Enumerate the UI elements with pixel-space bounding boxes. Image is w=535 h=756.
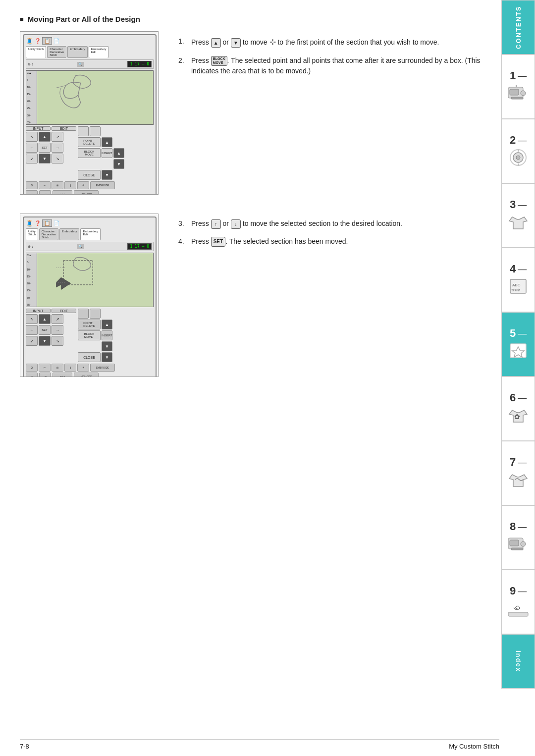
stitch2-f: ⋈⋈ xyxy=(53,373,72,377)
instruction-2: 2. Press BLOCKMOVE. The selected point a… xyxy=(178,55,484,77)
btn2-tri-down[interactable]: ▼ xyxy=(102,341,112,351)
stitch2-1: Ω xyxy=(26,364,38,372)
machine-image-1: 🧵 ❓ 📋 📄 Utility Stitch CharacterDecorati… xyxy=(20,31,163,204)
btn-arrow-upleft[interactable]: ↖ xyxy=(26,132,38,142)
stitch-icon-f: ⋈⋈ xyxy=(53,190,72,195)
instructions-col-2: 3. Press ↑ or ↓ to move the selected sec… xyxy=(178,214,484,386)
stitch-icons-row-2: Ω ✂ ⊞ ∥ ⫷ EMBROIDE xyxy=(26,364,154,372)
btn-tri-down2[interactable]: ▼ xyxy=(102,170,112,180)
btn-arrow-up-main[interactable]: ▲ xyxy=(39,132,51,142)
tab-4[interactable]: 4 — ABC ✿❀✾ xyxy=(501,248,535,312)
stitch2-e: ≪ xyxy=(39,373,51,377)
right-navigation-tabs: CONTENTS 1 — 2 — xyxy=(501,0,535,689)
panel-tab-edit: EmbroideryEdit xyxy=(89,46,109,58)
btn2-up[interactable]: ▲ xyxy=(39,314,51,324)
btn-ref-set: SET xyxy=(211,237,225,247)
btn-arrow-down-main[interactable]: ▼ xyxy=(39,154,51,163)
btn-edit[interactable]: EDIT xyxy=(52,126,76,131)
panel-tab-embroidery: Embroidery xyxy=(67,46,88,58)
svg-point-18 xyxy=(521,541,526,546)
btn-arrow-left[interactable]: ← xyxy=(26,143,38,153)
svg-text:✿: ✿ xyxy=(514,413,520,421)
stitch2-2: ✂ xyxy=(39,364,51,372)
btn2-input[interactable]: INPUT xyxy=(26,309,51,313)
btn-close-1[interactable]: CLOSE xyxy=(78,170,101,180)
btn-point-delete[interactable]: POINTDELETE xyxy=(78,137,101,147)
btn-tri-up2[interactable]: ▲ xyxy=(113,148,124,158)
btn-ref-block-move: BLOCKMOVE xyxy=(211,56,227,65)
machine-image-2: 🧵 ❓ 📋 📄 UtilityStitch CharacterDecorativ… xyxy=(20,214,163,386)
btn2-downleft[interactable]: ↙ xyxy=(26,336,38,346)
panel-tab2-utility: UtilityStitch xyxy=(26,228,38,240)
tab-9[interactable]: 9 — ꩜ xyxy=(501,570,535,634)
svg-rect-24 xyxy=(63,261,93,285)
stitch2-3: ⊞ xyxy=(52,364,63,372)
tab-8[interactable]: 8 — xyxy=(501,505,535,570)
btn-close-2[interactable]: CLOSE xyxy=(78,352,101,362)
btn2-downright[interactable]: ↘ xyxy=(52,336,63,346)
counter-display: 1 17 — 0 xyxy=(127,61,152,67)
tab-2-icon xyxy=(507,147,529,168)
btn2-upright[interactable]: ↗ xyxy=(52,314,63,324)
counter-display-2: 1 17 — 0 xyxy=(127,243,152,250)
btn2-block-move[interactable]: BLOCKMOVE xyxy=(78,330,101,340)
panel-tabs-2: UtilityStitch CharacterDecorativeStitch … xyxy=(26,228,154,240)
btn-arrow-downright[interactable]: ↘ xyxy=(52,154,63,163)
page-number: 7-8 xyxy=(20,743,29,750)
contents-tab[interactable]: CONTENTS xyxy=(501,0,535,54)
stitch-icon-emb: EMBROIDE xyxy=(90,181,115,189)
stitch2-4: ∥ xyxy=(64,364,76,372)
btn2-edit[interactable]: EDIT xyxy=(52,309,76,313)
tab-2[interactable]: 2 — xyxy=(501,119,535,183)
svg-text:✿❀✾: ✿❀✾ xyxy=(511,288,520,292)
tab-3[interactable]: 3 — xyxy=(501,183,535,248)
btn2-down[interactable]: ▼ xyxy=(39,336,51,346)
tab-7[interactable]: 7 — xyxy=(501,441,535,505)
memory-icon: MEMORY xyxy=(74,190,99,195)
tab-1[interactable]: 1 — xyxy=(501,54,535,119)
btn-ref-up: ▲ xyxy=(211,38,221,48)
tab-5[interactable]: 5 — xyxy=(501,312,535,377)
panel-tab2-edit: EmbroideryEdit xyxy=(80,228,101,240)
btn2-sp2 xyxy=(90,309,101,319)
btn2-left[interactable]: ← xyxy=(26,325,38,335)
btn2-tri-up[interactable]: ▲ xyxy=(102,320,112,329)
stitch2-5: ⫷ xyxy=(77,364,89,372)
tab-6[interactable]: 6 — ✿ xyxy=(501,377,535,441)
btn-triangle-up[interactable]: ▲ xyxy=(102,137,112,147)
machine-display-2: 🧵 ❓ 📋 📄 UtilityStitch CharacterDecorativ… xyxy=(20,214,159,377)
btn-arrow-downleft[interactable]: ↙ xyxy=(26,154,38,163)
stitch-icon-3: ⊞ xyxy=(52,181,63,189)
btn2-tri-dw2[interactable]: ▼ xyxy=(102,352,112,362)
btn2-point-del[interactable]: POINTDELETE xyxy=(78,320,101,329)
stitch-icon-2: ✂ xyxy=(39,181,51,189)
btn2-right[interactable]: → xyxy=(52,325,63,335)
btn-insert[interactable]: INSERT xyxy=(102,148,112,158)
panel-2: 🧵 ❓ 📋 📄 UtilityStitch CharacterDecorativ… xyxy=(23,216,157,377)
btn2-sp1 xyxy=(78,309,89,319)
machine-display-1: 🧵 ❓ 📋 📄 Utility Stitch CharacterDecorati… xyxy=(20,31,159,195)
svg-point-2 xyxy=(521,91,526,96)
panel-1: 🧵 ❓ 📋 📄 Utility Stitch CharacterDecorati… xyxy=(23,34,157,195)
tab-5-icon xyxy=(507,340,529,362)
btn-arrow-upright[interactable]: ↗ xyxy=(52,132,63,142)
btn-set-main[interactable]: SET xyxy=(39,143,51,153)
btn2-set[interactable]: SET xyxy=(39,325,51,335)
tab-3-icon xyxy=(507,211,529,233)
footer-title: My Custom Stitch xyxy=(449,743,499,750)
memory2: MEMORY xyxy=(74,373,99,377)
btn-arrow-right[interactable]: → xyxy=(52,143,63,153)
btn-tri-down[interactable]: ▼ xyxy=(113,159,124,169)
panel-tab2-char: CharacterDecorativeStitch xyxy=(39,228,58,240)
tab-4-icon: ABC ✿❀✾ xyxy=(507,275,529,297)
index-tab[interactable]: Index xyxy=(501,634,535,689)
btn2-upleft[interactable]: ↖ xyxy=(26,314,38,324)
panel-tab-utility: Utility Stitch xyxy=(26,46,46,58)
btn-block-move[interactable]: BLOCKMOVE xyxy=(78,148,101,158)
btn-input[interactable]: INPUT xyxy=(26,126,51,131)
svg-text:ABC: ABC xyxy=(512,283,521,287)
btn2-insert[interactable]: INSERT xyxy=(102,330,112,340)
page-footer: 7-8 My Custom Stitch xyxy=(20,739,499,750)
second-section: 🧵 ❓ 📋 📄 UtilityStitch CharacterDecorativ… xyxy=(20,214,484,386)
svg-rect-21 xyxy=(508,612,528,616)
